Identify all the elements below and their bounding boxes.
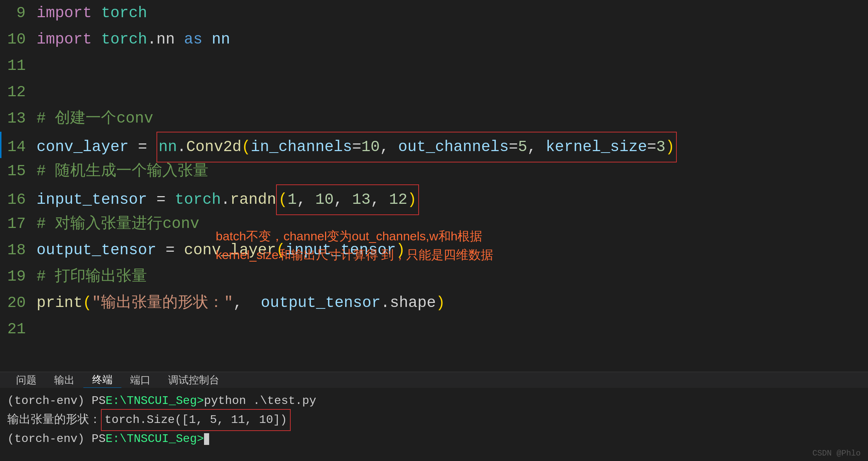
tab-output[interactable]: 输出: [45, 372, 83, 388]
module-torch: torch: [101, 0, 147, 26]
terminal-env-1: (torch-env) PS: [7, 391, 106, 411]
red-box-line14: nn.Conv2d(in_channels=10, out_channels=5…: [156, 132, 677, 162]
line-number-9: 9: [7, 0, 37, 26]
comma-16-3: ,: [370, 187, 389, 213]
code-line-9: 9 import torch: [0, 0, 868, 26]
out-channels-param: out_channels: [398, 134, 509, 160]
watermark-text: CSDN @Phlo: [812, 449, 861, 458]
code-line-13: 13 # 创建一个conv: [0, 105, 868, 132]
line-content-20: print("输出张量的形状：", output_tensor.shape): [37, 290, 868, 316]
randn-val3: 13: [352, 187, 370, 213]
terminal-line-3: (torch-env) PS E:\TNSCUI_Seg>: [7, 430, 861, 449]
randn-val2: 10: [315, 187, 333, 213]
annotation-text: batch不变，channel变为out_channels,w和h根据kerne…: [216, 229, 493, 262]
terminal-cmd-1: python .\test.py: [204, 391, 316, 411]
tab-debug-console[interactable]: 调试控制台: [159, 372, 228, 388]
terminal-line-2: 输出张量的形状： torch.Size([1, 5, 11, 10]): [7, 411, 861, 430]
assign-op-16: =: [147, 187, 175, 213]
var-output-tensor: output_tensor: [37, 237, 156, 263]
comment-19: # 打印输出张量: [37, 263, 147, 290]
dot: .: [177, 134, 186, 160]
line-number-16: 16: [7, 187, 37, 213]
code-line-12: 12: [0, 79, 868, 105]
line-number-17: 17: [7, 211, 37, 237]
kernel-size-val: 3: [656, 134, 665, 160]
code-line-14: 14 conv_layer = nn.Conv2d(in_channels=10…: [0, 132, 868, 158]
line-number-10: 10: [7, 26, 37, 53]
terminal-path-1: E:\TNSCUI_Seg>: [106, 391, 204, 411]
tab-problem[interactable]: 问题: [7, 372, 45, 388]
paren-close-20: ): [436, 290, 445, 316]
comma-16-1: ,: [297, 187, 315, 213]
line-content-10: import torch.nn as nn: [37, 26, 868, 53]
code-line-10: 10 import torch.nn as nn: [0, 26, 868, 53]
annotation-tooltip: batch不变，channel变为out_channels,w和h根据kerne…: [216, 227, 545, 264]
in-channels-param: in_channels: [251, 134, 352, 160]
tab-terminal-label: 终端: [92, 373, 113, 387]
comment-17: # 对输入张量进行conv: [37, 211, 199, 237]
conv2d-fn: Conv2d: [186, 134, 241, 160]
code-line-21: 21: [0, 316, 868, 342]
terminal-line-1: (torch-env) PS E:\TNSCUI_Seg> python .\t…: [7, 391, 861, 411]
output-prefix: 输出张量的形状：: [7, 411, 101, 430]
line-content-13: # 创建一个conv: [37, 105, 868, 132]
space: [92, 0, 101, 26]
line-number-21: 21: [7, 316, 37, 342]
print-fn-20: print: [37, 290, 83, 316]
comma1: ,: [380, 134, 398, 160]
eq2: =: [509, 134, 518, 160]
terminal-env-3: (torch-env) PS: [7, 430, 106, 449]
code-line-11: 11: [0, 53, 868, 79]
line-number-11: 11: [7, 53, 37, 79]
code-line-20: 20 print("输出张量的形状：", output_tensor.shape…: [0, 290, 868, 316]
tab-port[interactable]: 端口: [121, 372, 159, 388]
line-number-20: 20: [7, 290, 37, 316]
kernel-size-param: kernel_size: [546, 134, 647, 160]
line-number-18: 18: [7, 237, 37, 263]
terminal-path-3: E:\TNSCUI_Seg>: [106, 430, 204, 449]
output-highlighted: torch.Size([1, 5, 11, 10]): [101, 409, 291, 431]
tab-problem-label: 问题: [16, 373, 37, 387]
code-editor: 9 import torch 10 import torch.nn as nn …: [0, 0, 868, 388]
module-torch-nn: torch: [101, 26, 147, 53]
space: [92, 26, 101, 53]
comma2: ,: [527, 134, 546, 160]
line-number-19: 19: [7, 263, 37, 290]
keyword-as: as: [184, 26, 202, 53]
torch-module-16: torch: [175, 187, 221, 213]
nn-module: nn: [159, 134, 177, 160]
line-number-12: 12: [7, 79, 37, 105]
comma-16-2: ,: [334, 187, 352, 213]
var-conv-layer: conv_layer: [37, 134, 129, 160]
assign-op: =: [129, 134, 156, 160]
out-channels-val: 5: [518, 134, 527, 160]
watermark: CSDN @Phlo: [812, 449, 861, 458]
code-line-16: 16 input_tensor = torch.randn(1, 10, 13,…: [0, 184, 868, 211]
code-line-19: 19 # 打印输出张量: [0, 263, 868, 290]
terminal-panel: (torch-env) PS E:\TNSCUI_Seg> python .\t…: [0, 388, 868, 461]
tab-debug-console-label: 调试控制台: [168, 373, 219, 387]
dot-shape: .shape: [381, 290, 436, 316]
comma-20: ,: [233, 290, 261, 316]
active-line-indicator: [0, 132, 1, 158]
line-content-19: # 打印输出张量: [37, 263, 868, 290]
output-value: torch.Size([1, 5, 11, 10]): [105, 413, 287, 427]
output-tensor-20: output_tensor: [261, 290, 381, 316]
terminal-tabs-bar: 问题 输出 终端 端口 调试控制台: [0, 372, 868, 388]
line-content-14: conv_layer = nn.Conv2d(in_channels=10, o…: [37, 132, 868, 162]
randn-fn: randn: [230, 187, 276, 213]
terminal-cursor: [204, 433, 209, 445]
paren-open: (: [242, 134, 251, 160]
comment-13: # 创建一个conv: [37, 105, 153, 132]
paren-close-16: ): [407, 187, 416, 213]
var-input-tensor: input_tensor: [37, 187, 147, 213]
assign-op-18: =: [156, 237, 184, 263]
paren-close: ): [665, 134, 675, 160]
keyword-import: import: [37, 0, 92, 26]
space: [203, 26, 212, 53]
line-number-15: 15: [7, 158, 37, 184]
in-channels-val: 10: [361, 134, 380, 160]
eq1: =: [352, 134, 361, 160]
tab-terminal[interactable]: 终端: [83, 372, 121, 388]
dot-16: .: [221, 187, 230, 213]
